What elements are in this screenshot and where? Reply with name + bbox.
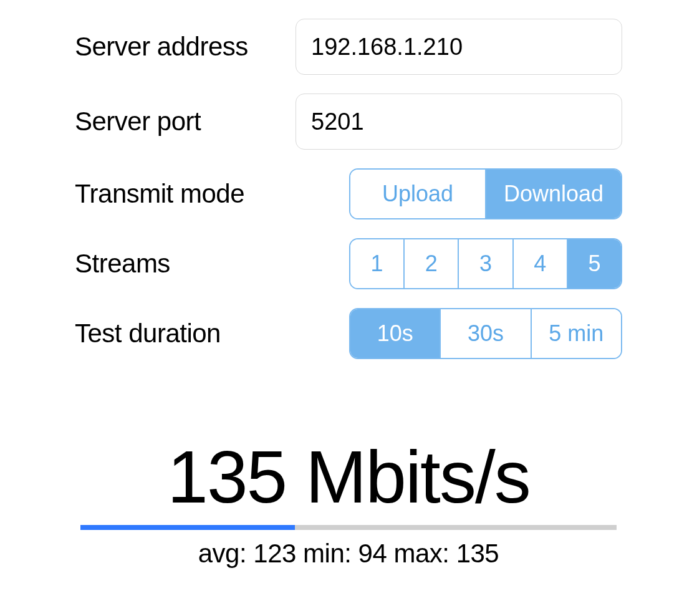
label-server-port: Server port <box>75 107 296 137</box>
label-streams: Streams <box>75 249 349 279</box>
row-test-duration: Test duration 10s 30s 5 min <box>75 308 622 359</box>
progress-fill <box>80 525 295 530</box>
row-transmit-mode: Transmit mode Upload Download <box>75 168 622 219</box>
label-transmit-mode: Transmit mode <box>75 179 349 209</box>
speed-readout: 135 Mbits/s <box>75 440 622 514</box>
server-address-input[interactable] <box>296 19 622 75</box>
duration-30s-button[interactable]: 30s <box>441 309 531 358</box>
streams-2-button[interactable]: 2 <box>405 239 459 288</box>
segmented-transmit-mode: Upload Download <box>349 168 622 219</box>
row-server-port: Server port <box>75 94 622 150</box>
streams-3-button[interactable]: 3 <box>459 239 513 288</box>
transmit-download-button[interactable]: Download <box>486 170 621 218</box>
label-test-duration: Test duration <box>75 319 349 349</box>
streams-5-button[interactable]: 5 <box>568 239 621 288</box>
streams-4-button[interactable]: 4 <box>514 239 568 288</box>
row-server-address: Server address <box>75 19 622 75</box>
streams-1-button[interactable]: 1 <box>350 239 405 288</box>
segmented-test-duration: 10s 30s 5 min <box>349 308 622 359</box>
segmented-streams: 1 2 3 4 5 <box>349 238 622 289</box>
progress-bar <box>80 525 617 530</box>
duration-5min-button[interactable]: 5 min <box>532 309 621 358</box>
duration-10s-button[interactable]: 10s <box>350 309 441 358</box>
stats-text: avg: 123 min: 94 max: 135 <box>75 539 622 569</box>
result-block: 135 Mbits/s avg: 123 min: 94 max: 135 <box>75 440 622 569</box>
row-streams: Streams 1 2 3 4 5 <box>75 238 622 289</box>
settings-form: Server address Server port Transmit mode… <box>0 0 697 569</box>
label-server-address: Server address <box>75 32 296 62</box>
transmit-upload-button[interactable]: Upload <box>350 170 486 218</box>
server-port-input[interactable] <box>296 94 622 150</box>
